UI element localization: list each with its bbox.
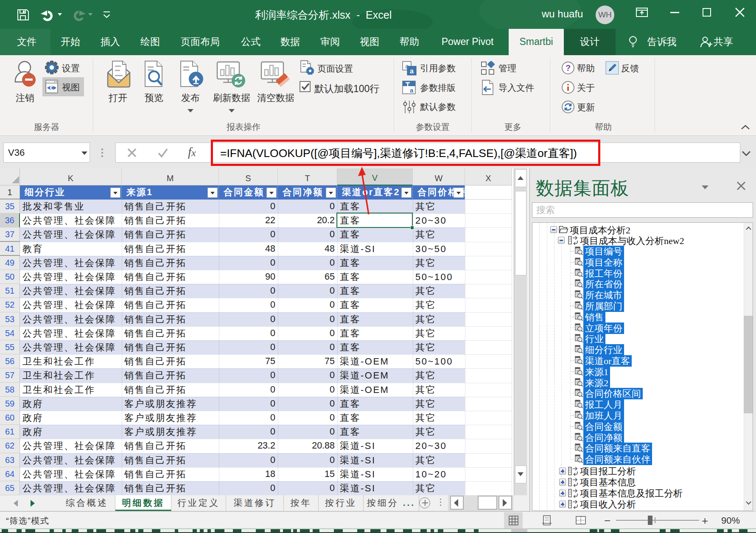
svg-text:a: a — [410, 67, 414, 75]
svg-text:?: ? — [566, 63, 571, 73]
svg-text:a: a — [410, 87, 414, 94]
